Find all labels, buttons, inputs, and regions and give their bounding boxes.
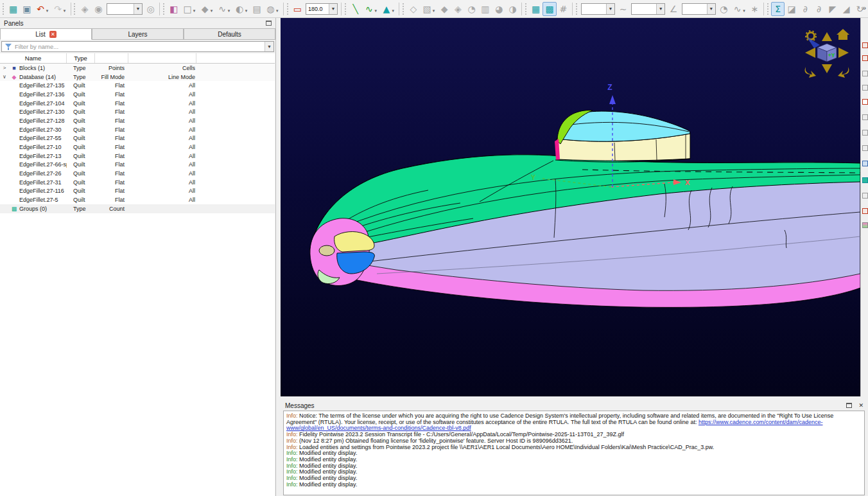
roll-cw-button[interactable] xyxy=(838,67,849,78)
revolve-button[interactable]: ◔ xyxy=(465,2,478,16)
panel-layout-button[interactable]: ▤ xyxy=(250,2,263,16)
tree-row[interactable]: EdgeFillet.27-66-sp...QuiltFlatAll xyxy=(0,161,275,170)
toolbar-grip[interactable] xyxy=(74,3,76,15)
rotate-up-button[interactable] xyxy=(822,32,832,41)
toolbar-grip[interactable] xyxy=(403,3,404,15)
toolbar-grip[interactable] xyxy=(525,3,527,15)
decrease-dimension-button[interactable]: ◢ xyxy=(840,2,853,16)
header-type[interactable]: Type xyxy=(67,53,95,63)
spacing-combo[interactable]: ▼ xyxy=(631,3,665,15)
toolbar-grip[interactable] xyxy=(3,3,4,15)
dimension-button[interactable]: # xyxy=(557,2,570,16)
tree-row[interactable]: EdgeFillet.27-104QuiltFlatAll xyxy=(0,99,275,108)
unstructured-mesh-button[interactable]: ▩ xyxy=(542,2,556,16)
connector-join-button[interactable]: ∿ xyxy=(731,2,744,16)
create-block-button[interactable]: ▧ xyxy=(420,2,433,16)
tree-row[interactable]: EdgeFillet.27-31QuiltFlatAll xyxy=(0,178,275,187)
strip-icon-gray-4[interactable] xyxy=(862,130,868,136)
viewport-3d[interactable]: Y X Z xyxy=(281,18,860,396)
toolbar-grip[interactable] xyxy=(345,3,347,15)
two-point-curve-button[interactable]: ╲ xyxy=(349,2,362,16)
increase-dimension-button[interactable]: ◤ xyxy=(826,2,839,16)
rotate-down-button[interactable] xyxy=(822,64,832,73)
save-button[interactable]: ▦ xyxy=(6,2,20,16)
tree-row[interactable]: EdgeFillet.27-13QuiltFlatAll xyxy=(0,152,275,161)
line-display-button[interactable]: ∿ xyxy=(215,2,229,16)
tab-list-close-icon[interactable]: ✕ xyxy=(49,31,56,38)
roll-ccw-button[interactable] xyxy=(805,67,816,78)
view-cube-button[interactable]: □ xyxy=(180,2,194,16)
toolbar-grip[interactable] xyxy=(287,3,289,15)
strip-icon-gradient[interactable] xyxy=(862,222,868,228)
tree-row[interactable]: EdgeFillet.27-128QuiltFlatAll xyxy=(0,116,275,125)
expand-arrow-icon[interactable]: ∨ xyxy=(0,74,9,80)
export-button[interactable]: ▣ xyxy=(20,2,33,16)
strip-icon-gray-5[interactable] xyxy=(862,145,868,151)
split-button[interactable]: ◑ xyxy=(506,2,519,16)
create-surface-button[interactable]: ◇ xyxy=(406,2,420,16)
avg-spacing-button[interactable]: ∼ xyxy=(616,2,630,16)
sail[interactable] xyxy=(555,111,690,163)
structured-grid-button[interactable]: ▦ xyxy=(529,2,542,16)
shade-mode-button[interactable]: ◆ xyxy=(198,2,211,16)
rotate-right-button[interactable] xyxy=(838,48,849,58)
header-name[interactable]: Name xyxy=(0,53,67,63)
strip-icon-red-1[interactable] xyxy=(862,42,868,48)
expand-arrow-icon[interactable]: > xyxy=(0,65,9,71)
header-col3[interactable] xyxy=(95,53,128,63)
display-attributes-button[interactable]: ▭ xyxy=(291,2,304,16)
panels-float-icon[interactable] xyxy=(266,21,272,26)
messages-float-icon[interactable] xyxy=(846,403,852,408)
join-button[interactable]: ◕ xyxy=(492,2,506,16)
angle-combo-arrow-icon[interactable]: ▼ xyxy=(329,4,337,14)
tree-row[interactable]: EdgeFillet.27-30QuiltFlatAll xyxy=(0,125,275,134)
tree-row[interactable]: EdgeFillet.27-116QuiltFlatAll xyxy=(0,187,275,196)
strip-icon-gray-6[interactable] xyxy=(862,193,868,199)
strip-icon-red-2[interactable] xyxy=(862,55,868,61)
tab-defaults[interactable]: Defaults xyxy=(184,28,275,40)
tab-layers[interactable]: Layers xyxy=(92,28,184,40)
tree-group-row[interactable]: >■Blocks (1)TypePointsCells xyxy=(0,64,275,73)
toolbar-grip[interactable] xyxy=(767,3,769,15)
tree-row[interactable]: EdgeFillet.27-5QuiltFlatAll xyxy=(0,195,275,204)
strip-icon-gray-1[interactable] xyxy=(862,71,868,76)
grid-settings-button[interactable]: ∗ xyxy=(748,2,761,16)
header-col4[interactable] xyxy=(128,53,196,63)
spacing-combo-arrow-icon[interactable]: ▼ xyxy=(656,4,664,14)
selection-combo-arrow-icon[interactable]: ▼ xyxy=(134,4,142,14)
deviation-combo[interactable]: ▼ xyxy=(682,3,716,15)
assemble-block-button[interactable]: ▥ xyxy=(478,2,492,16)
create-shape-button[interactable]: ▲ xyxy=(379,2,393,16)
toolbar-grip[interactable] xyxy=(163,3,165,15)
filter-dropdown-icon[interactable]: ▼ xyxy=(265,42,273,51)
tree-group-row[interactable]: ∨◆Database (14)TypeFill ModeLine Mode xyxy=(0,73,275,82)
solver-button[interactable]: Σ xyxy=(771,2,785,16)
tree-row[interactable]: EdgeFillet.27-135QuiltFlatAll xyxy=(0,81,275,90)
selection-combo[interactable]: ▼ xyxy=(107,3,143,15)
assemble-domain-button[interactable]: ◈ xyxy=(451,2,465,16)
turning-angle-button[interactable]: ∠ xyxy=(666,2,680,16)
mask-button[interactable]: ◈ xyxy=(78,2,91,16)
messages-log[interactable]: Info: Notice: The terms of the license u… xyxy=(283,411,865,495)
messages-close-icon[interactable]: ✕ xyxy=(858,402,864,409)
filter-combo[interactable]: Filter by name... ▼ xyxy=(1,41,274,52)
partial-derivative-2-button[interactable]: ∂ xyxy=(812,2,826,16)
render-style-button[interactable]: ◐ xyxy=(232,2,246,16)
strip-icon-blue-roof[interactable] xyxy=(862,161,868,166)
strip-icon-gray-2[interactable] xyxy=(862,85,868,91)
zoom-to-entity-button[interactable]: ◎ xyxy=(144,2,157,16)
dimension-combo-arrow-icon[interactable]: ▼ xyxy=(606,4,614,14)
widget-settings-gear-icon[interactable] xyxy=(806,31,816,41)
tab-list[interactable]: List ✕ xyxy=(0,28,92,40)
partial-derivative-1-button[interactable]: ∂ xyxy=(799,2,812,16)
tree-row[interactable]: EdgeFillet.27-55QuiltFlatAll xyxy=(0,134,275,143)
tree-row[interactable]: EdgeFillet.27-10QuiltFlatAll xyxy=(0,143,275,152)
strip-icon-red-3[interactable] xyxy=(862,208,868,214)
strip-icon-z[interactable] xyxy=(862,99,868,105)
appearance-button[interactable]: ◧ xyxy=(167,2,180,16)
smooth-button[interactable]: ◪ xyxy=(785,2,798,16)
tree-row[interactable]: EdgeFillet.27-26QuiltFlatAll xyxy=(0,169,275,178)
toolbar-overflow-chevron[interactable]: » xyxy=(862,4,866,12)
draw-curve-button[interactable]: ∿ xyxy=(362,2,376,16)
create-domain-button[interactable]: ◆ xyxy=(437,2,451,16)
